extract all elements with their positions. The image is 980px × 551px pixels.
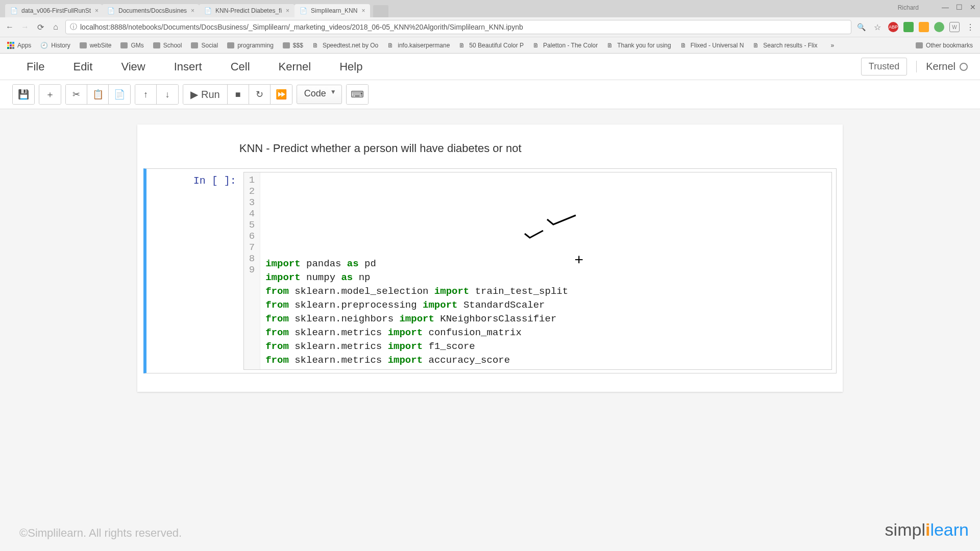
bookmark-item[interactable]: School bbox=[153, 42, 182, 49]
bookmark-item[interactable]: GMs bbox=[120, 42, 143, 49]
bookmark-label: School bbox=[163, 42, 182, 49]
code-line[interactable]: from sklearn.metrics import f1_score bbox=[265, 340, 568, 354]
reload-icon[interactable]: ⟳ bbox=[35, 21, 46, 33]
bookmark-item[interactable]: 🗎Paletton - The Color bbox=[533, 42, 598, 49]
copyright-footer: ©Simplilearn. All rights reserved. bbox=[19, 527, 182, 540]
cell-type-select[interactable]: Code bbox=[297, 85, 342, 104]
line-number: 5 bbox=[249, 219, 255, 231]
browser-tab[interactable]: 📄data_v006-FirstFullRunSt× bbox=[5, 4, 102, 17]
bookmark-label: Search results - Flix bbox=[763, 42, 817, 49]
code-editor[interactable]: 123456789 + import pandas as pdimport nu… bbox=[243, 172, 832, 370]
url-input[interactable]: ⓘ localhost:8888/notebooks/Documents/Doc… bbox=[65, 20, 851, 34]
menu-view[interactable]: View bbox=[107, 55, 159, 78]
folder-icon bbox=[80, 42, 87, 48]
favicon-icon: 🗎 bbox=[459, 42, 466, 49]
menu-cell[interactable]: Cell bbox=[216, 55, 264, 78]
trusted-badge[interactable]: Trusted bbox=[861, 58, 907, 76]
move-down-button[interactable]: ↓ bbox=[157, 85, 178, 104]
bookmark-label: Paletton - The Color bbox=[543, 42, 598, 49]
tab-close-icon[interactable]: × bbox=[95, 7, 99, 14]
favicon-icon: 🗎 bbox=[607, 42, 614, 49]
code-line[interactable]: from sklearn.model_selection import trai… bbox=[265, 285, 568, 298]
adblock-icon[interactable]: ABP bbox=[888, 22, 898, 32]
other-bookmarks[interactable]: Other bookmarks bbox=[916, 42, 973, 49]
notebook-area: KNN - Predict whether a person will have… bbox=[0, 109, 980, 407]
code-line[interactable]: import pandas as pd bbox=[265, 257, 568, 271]
checkmark-annotation-1 bbox=[546, 214, 577, 227]
code-line[interactable]: from sklearn.preprocessing import Standa… bbox=[265, 298, 568, 312]
tab-close-icon[interactable]: × bbox=[361, 7, 365, 14]
bookmark-item[interactable]: 🗎50 Beautiful Color P bbox=[459, 42, 524, 49]
zoom-icon[interactable]: 🔍 bbox=[855, 21, 867, 33]
browser-chrome: Richard — ☐ ✕ 📄data_v006-FirstFullRunSt×… bbox=[0, 0, 980, 54]
bookmark-overflow-icon[interactable]: » bbox=[830, 42, 834, 49]
bookmark-item[interactable]: 🗎Search results - Flix bbox=[753, 42, 817, 49]
line-number: 8 bbox=[249, 253, 255, 264]
move-up-button[interactable]: ↑ bbox=[135, 85, 157, 104]
code-content[interactable]: + import pandas as pdimport numpy as npf… bbox=[260, 172, 573, 369]
bookmark-item[interactable]: Social bbox=[191, 42, 218, 49]
forward-icon[interactable]: → bbox=[19, 21, 31, 33]
star-icon[interactable]: ☆ bbox=[872, 21, 883, 33]
run-all-button[interactable]: ⏩ bbox=[271, 85, 292, 104]
tab-close-icon[interactable]: × bbox=[191, 7, 194, 14]
ext4-icon[interactable]: W bbox=[949, 22, 960, 32]
tab-label: KNN-Predict Diabetes_fi bbox=[215, 7, 282, 14]
run-button[interactable]: ▶ Run bbox=[183, 85, 228, 104]
folder-icon bbox=[916, 42, 923, 48]
bookmark-item[interactable]: 🗎info.kaiserpermane bbox=[387, 42, 450, 49]
browser-tab[interactable]: 📄KNN-Predict Diabetes_fi× bbox=[199, 4, 295, 17]
save-button[interactable]: 💾 bbox=[13, 85, 34, 104]
ext1-icon[interactable] bbox=[903, 22, 914, 32]
command-palette-button[interactable]: ⌨ bbox=[347, 85, 368, 104]
copy-button[interactable]: 📋 bbox=[87, 85, 109, 104]
minimize-icon[interactable]: — bbox=[942, 3, 949, 11]
ext3-icon[interactable] bbox=[934, 22, 944, 32]
line-gutter: 123456789 bbox=[244, 172, 260, 369]
maximize-icon[interactable]: ☐ bbox=[956, 3, 963, 11]
new-tab-button[interactable] bbox=[373, 5, 388, 17]
restart-button[interactable]: ↻ bbox=[249, 85, 271, 104]
menu-bar: FileEditViewInsertCellKernelHelp Trusted… bbox=[0, 54, 980, 80]
browser-tab[interactable]: 📄Simplilearn_KNN× bbox=[295, 4, 370, 17]
markdown-cell[interactable]: KNN - Predict whether a person will have… bbox=[137, 138, 843, 165]
stop-button[interactable]: ■ bbox=[228, 85, 249, 104]
bookmark-item[interactable]: 🕘History bbox=[40, 42, 70, 49]
bookmark-item[interactable]: 🗎Flixed - Universal N bbox=[680, 42, 744, 49]
ext2-icon[interactable] bbox=[919, 22, 929, 32]
menu-insert[interactable]: Insert bbox=[160, 55, 216, 78]
history-icon: 🕘 bbox=[40, 42, 48, 49]
bookmark-label: GMs bbox=[131, 42, 143, 49]
bookmark-item[interactable]: 🗎Thank you for using bbox=[607, 42, 671, 49]
favicon-icon: 🗎 bbox=[680, 42, 688, 49]
menu-kernel[interactable]: Kernel bbox=[264, 55, 326, 78]
browser-tab[interactable]: 📄Documents/DocsBusines× bbox=[102, 4, 199, 17]
paste-button[interactable]: 📄 bbox=[109, 85, 130, 104]
cut-button[interactable]: ✂ bbox=[66, 85, 87, 104]
kernel-idle-icon bbox=[960, 63, 968, 71]
menu-file[interactable]: File bbox=[12, 55, 59, 78]
menu-help[interactable]: Help bbox=[325, 55, 377, 78]
menu-icon[interactable]: ⋮ bbox=[965, 21, 976, 33]
bookmark-item[interactable]: 🗎Speedtest.net by Oo bbox=[312, 42, 378, 49]
bookmark-bar: Apps🕘HistorywebSiteGMsSchoolSocialprogra… bbox=[0, 37, 980, 53]
add-cell-button[interactable]: ＋ bbox=[39, 85, 61, 104]
info-icon: ⓘ bbox=[70, 22, 77, 32]
code-line[interactable]: from sklearn.neighbors import KNeighbors… bbox=[265, 312, 568, 326]
bookmark-item[interactable]: webSite bbox=[80, 42, 112, 49]
code-line[interactable]: from sklearn.metrics import confusion_ma… bbox=[265, 326, 568, 340]
code-line[interactable]: from sklearn.metrics import accuracy_sco… bbox=[265, 354, 568, 367]
back-icon[interactable]: ← bbox=[4, 21, 15, 33]
tab-close-icon[interactable]: × bbox=[286, 7, 289, 14]
close-icon[interactable]: ✕ bbox=[970, 3, 976, 11]
bookmark-item[interactable]: $$$ bbox=[283, 42, 303, 49]
tab-label: data_v006-FirstFullRunSt bbox=[21, 7, 91, 14]
code-cell[interactable]: In [ ]: 123456789 + import pandas as pdi… bbox=[143, 168, 837, 373]
folder-icon bbox=[120, 42, 128, 48]
menu-edit[interactable]: Edit bbox=[59, 55, 107, 78]
bookmark-label: Thank you for using bbox=[617, 42, 671, 49]
bookmark-item[interactable]: programming bbox=[227, 42, 274, 49]
home-icon[interactable]: ⌂ bbox=[50, 21, 61, 33]
apps-button[interactable]: Apps bbox=[7, 42, 31, 49]
code-line[interactable]: import numpy as np bbox=[265, 271, 568, 285]
